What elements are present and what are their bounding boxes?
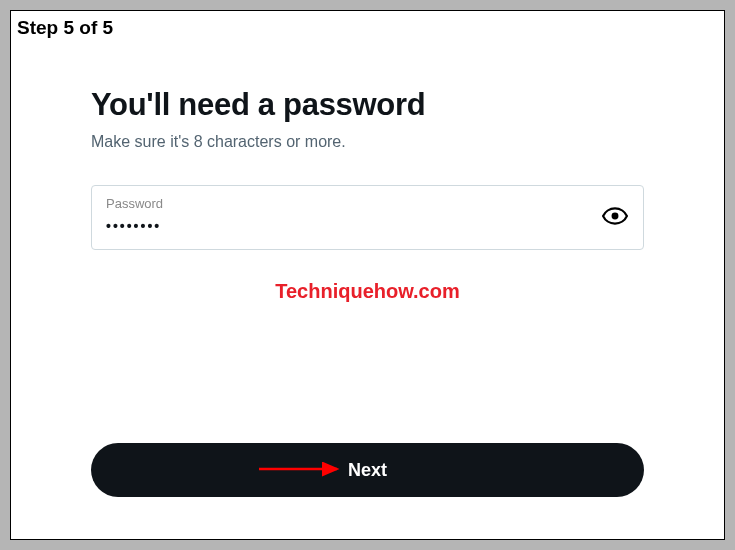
password-field-label: Password (106, 196, 601, 211)
content-area: You'll need a password Make sure it's 8 … (11, 39, 724, 303)
watermark-text: Techniquehow.com (91, 280, 644, 303)
password-input[interactable]: Password •••••••• (106, 196, 601, 235)
page-subtitle: Make sure it's 8 characters or more. (91, 133, 644, 151)
password-input-container[interactable]: Password •••••••• (91, 185, 644, 250)
next-button[interactable]: Next (91, 443, 644, 497)
eye-icon (602, 203, 628, 229)
page-title: You'll need a password (91, 87, 644, 123)
step-indicator: Step 5 of 5 (11, 17, 724, 39)
password-masked-value: •••••••• (106, 218, 161, 234)
signup-step-dialog: Step 5 of 5 You'll need a password Make … (10, 10, 725, 540)
svg-point-0 (612, 212, 619, 219)
reveal-password-icon[interactable] (601, 202, 629, 230)
next-button-label: Next (348, 460, 387, 481)
